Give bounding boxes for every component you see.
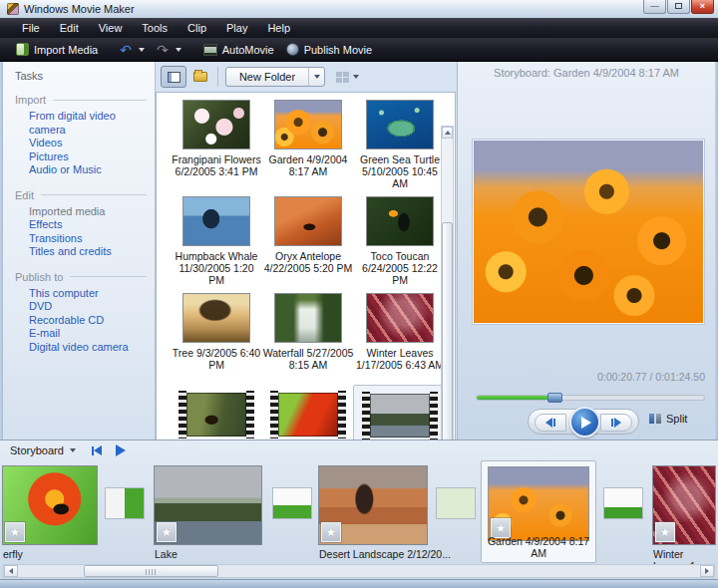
scroll-left-button[interactable] [4,565,18,577]
media-thumbnail[interactable] [183,294,249,342]
video-thumbnail[interactable] [362,392,438,440]
close-button[interactable]: × [691,0,714,14]
media-item-turtle[interactable]: Green Sea Turtle 5/10/2005 10:45 AM [354,101,446,197]
media-thumbnail[interactable] [183,101,249,148]
storyboard-clip-winter-leaves[interactable]: ★ [653,466,715,544]
storyboard-clip-garden-selected[interactable]: ★ Garden 4/9/2004 8:17 AM [481,460,596,563]
seek-handle[interactable] [547,393,562,403]
menu-item-tools[interactable]: Tools [132,20,178,36]
storyboard-dropdown[interactable]: Storyboard [10,444,64,456]
task-link-email[interactable]: E-mail [29,327,155,341]
task-link-transitions[interactable]: Transitions [29,232,155,246]
media-item-whale[interactable]: Humpback Whale 11/30/2005 1:20 PM [171,197,262,294]
storyboard-clip-butterfly[interactable]: ★ [3,466,97,544]
collection-dropdown-button[interactable] [308,68,324,86]
previous-frame-icon [545,418,552,428]
task-link-digital-video-camera[interactable]: Digital video camera [29,341,155,355]
media-item-tree[interactable]: Tree 9/3/2005 6:40 PM [171,294,262,391]
collection-dropdown[interactable]: New Folder [225,67,325,87]
task-link-audio-or-music[interactable]: Audio or Music [29,163,155,177]
automovie-button[interactable]: AutoMovie [197,41,280,59]
storyboard-clip-lake[interactable]: ★ [155,466,261,544]
redo-dropdown-icon[interactable] [176,48,181,52]
media-thumbnail[interactable] [367,197,433,245]
minimize-button[interactable]: — [643,0,666,14]
menu-item-edit[interactable]: Edit [50,20,89,36]
video-selection-box[interactable] [353,385,447,440]
media-thumbnail[interactable] [275,197,341,245]
undo-button[interactable]: ↶ [114,41,151,59]
effect-badge[interactable]: ★ [321,522,341,542]
transition-cell-2[interactable] [272,487,312,519]
section-header-publish-to: Publish to [15,271,63,283]
effect-badge[interactable]: ★ [157,522,177,542]
rewind-storyboard-button[interactable] [92,445,102,455]
redo-button[interactable]: ↷ [151,41,187,59]
video-thumbnail[interactable] [179,391,254,439]
undo-dropdown-icon[interactable] [139,48,145,52]
storyboard-clip-image[interactable]: ★ [489,467,588,540]
media-item-garden[interactable]: Garden 4/9/2004 8:17 AM [262,101,354,197]
storyboard-horizontal-scrollbar[interactable] [3,564,715,578]
menu-item-play[interactable]: Play [216,20,257,36]
task-link-this-computer[interactable]: This computer [29,287,155,301]
task-link-recordable-cd[interactable]: Recordable CD [29,314,155,328]
media-item-waterfall[interactable]: Waterfall 5/27/2005 8:15 AM [262,294,354,391]
effect-star-icon: ★ [326,526,337,538]
seek-bar[interactable] [476,395,705,401]
media-thumbnail[interactable] [275,101,341,148]
play-button[interactable] [569,407,600,438]
media-vertical-scrollbar[interactable] [441,126,454,440]
task-link-titles-and-credits[interactable]: Titles and credits [29,245,155,259]
scrollbar-thumb[interactable] [442,222,453,440]
media-item-winter-leaves[interactable]: Winter Leaves 1/17/2005 6:43 AM [354,294,446,391]
storyboard-clip-desert[interactable]: ★ [319,466,427,544]
media-thumbnail[interactable] [275,294,341,342]
play-storyboard-button[interactable] [116,444,126,456]
title-bar[interactable]: Windows Movie Maker — × [0,0,718,18]
transition-cell-3[interactable] [436,487,476,519]
video-thumbnail[interactable] [270,391,346,439]
transition-cell-1[interactable] [105,487,145,519]
split-button[interactable]: Split [649,413,687,425]
folder-up-button[interactable] [190,66,210,88]
storyboard-chevron-icon[interactable] [70,448,76,452]
task-link-effects[interactable]: Effects [29,218,155,232]
media-item-toucan[interactable]: Toco Toucan 6/24/2005 12:22 PM [354,197,446,294]
clip-label: Lake [155,548,178,560]
task-link-from-digital-video-camera[interactable]: From digital video camera [29,110,155,137]
menu-item-clip[interactable]: Clip [178,20,216,36]
section-header-import: Import [15,94,46,106]
scrollbar-thumb[interactable] [84,565,218,577]
media-item-frangipani[interactable]: Frangipani Flowers 6/2/2005 3:41 PM [171,101,262,197]
tasks-pane-toggle-button[interactable] [161,66,186,88]
effect-badge[interactable]: ★ [655,522,675,542]
task-link-imported-media[interactable]: Imported media [29,205,155,219]
task-link-videos[interactable]: Videos [29,137,155,150]
previous-frame-button[interactable] [535,414,566,432]
media-item-video-1[interactable] [171,391,262,440]
media-thumbnail[interactable] [183,197,249,245]
menu-item-file[interactable]: File [12,20,50,36]
media-item-video-2[interactable] [262,391,354,440]
publish-movie-button[interactable]: Publish Movie [280,40,378,59]
effect-badge[interactable]: ★ [5,522,25,542]
maximize-button[interactable] [667,0,690,14]
menu-item-help[interactable]: Help [257,20,300,36]
scroll-right-button[interactable] [700,565,714,577]
menu-item-view[interactable]: View [89,20,133,36]
views-button[interactable] [333,66,362,88]
seek-progress [477,396,551,400]
media-thumbnail[interactable] [367,101,433,148]
next-frame-button[interactable] [600,414,632,432]
task-link-dvd[interactable]: DVD [29,300,155,314]
transition-cell-4[interactable] [603,487,643,519]
panel-toggle-icon [168,72,180,83]
media-item-label: Green Sea Turtle 5/10/2005 10:45 AM [354,153,446,189]
import-media-button[interactable]: Import Media [10,40,104,59]
media-thumbnail[interactable] [367,294,433,342]
task-link-pictures[interactable]: Pictures [29,150,155,164]
media-item-oryx[interactable]: Oryx Antelope 4/22/2005 5:20 PM [262,197,354,294]
scroll-up-button[interactable] [442,127,453,139]
media-item-video-3-selected[interactable] [354,391,446,440]
